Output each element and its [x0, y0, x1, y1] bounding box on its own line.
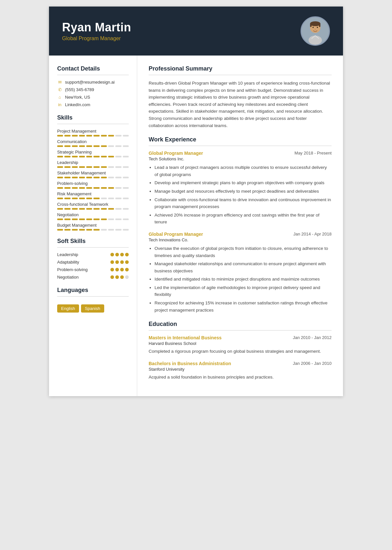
right-column: Professional Summary Results-driven Glob… [137, 56, 343, 396]
contact-location: ⌂ NewYork, US [57, 95, 129, 100]
soft-skill-name: Problem-solving [57, 267, 88, 272]
skill-segment-filled [101, 218, 107, 220]
job-bullet: Achieved 20% increase in program efficie… [155, 212, 332, 226]
skill-bar [57, 208, 129, 210]
skill-segment-empty [115, 166, 121, 168]
skills-title: Skills [57, 114, 129, 121]
email-icon: ✉ [57, 80, 62, 85]
svg-point-1 [308, 36, 322, 45]
skill-bar [57, 198, 129, 199]
edu-description: Acquired a solid foundation in business … [149, 374, 332, 381]
skill-segment-filled [57, 166, 63, 168]
contact-phone: ✆ (555) 345-6789 [57, 87, 129, 92]
skill-segment-filled [57, 218, 63, 220]
skill-segment-filled [64, 218, 70, 220]
dot-filled [110, 268, 114, 271]
contact-divider [57, 75, 129, 75]
job-bullet: Managed stakeholder relationships and co… [155, 260, 332, 274]
svg-point-3 [310, 21, 320, 26]
skill-segment-empty [101, 229, 107, 231]
skill-segment-filled [72, 177, 78, 178]
skill-segment-filled [93, 218, 99, 220]
skill-segment-filled [93, 187, 99, 189]
skill-segment-empty [115, 218, 121, 220]
dot-filled [115, 268, 119, 271]
skill-bar [57, 218, 129, 220]
skill-segment-filled [57, 208, 63, 210]
skill-bar [57, 145, 129, 147]
dot-filled [115, 260, 119, 264]
skills-divider [57, 124, 129, 124]
dot-filled [120, 275, 124, 279]
skill-name: Cross-functional Teamwork [57, 202, 129, 207]
job-date: May 2018 - Present [295, 151, 332, 155]
soft-skills-divider [57, 247, 129, 248]
skill-segment-filled [72, 198, 78, 199]
skills-list: Project ManagementCommunicationStrategic… [57, 129, 129, 231]
contact-linkedin: in LinkedIn.com [57, 102, 129, 107]
skills-section: Skills Project ManagementCommunicationSt… [57, 114, 129, 231]
dot-filled [110, 275, 114, 279]
skill-segment-empty [115, 145, 121, 147]
summary-section: Professional Summary Results-driven Glob… [149, 65, 332, 129]
resume-header: Ryan Martin Global Program Manager [49, 7, 343, 56]
edu-header: Bachelors in Business AdministrationJan … [149, 361, 332, 366]
dot-filled [110, 253, 114, 256]
skill-segment-empty [115, 208, 121, 210]
skill-segment-filled [79, 218, 85, 220]
skill-name: Risk Management [57, 191, 129, 196]
skill-segment-filled [86, 135, 92, 137]
skill-segment-empty [123, 145, 129, 147]
candidate-name: Ryan Martin [62, 21, 131, 34]
soft-skill-dots [110, 260, 129, 264]
skill-segment-empty [115, 198, 121, 199]
skill-segment-filled [79, 229, 85, 231]
job-bullet: Manage budget and resources effectively … [155, 188, 332, 195]
edu-school: Harvard Business School [149, 341, 332, 346]
skill-segment-filled [57, 229, 63, 231]
candidate-title: Global Program Manager [62, 36, 131, 41]
skill-segment-filled [57, 135, 63, 137]
summary-divider [149, 75, 332, 75]
job-bullets: Lead a team of project managers across m… [149, 164, 332, 226]
skill-segment-empty [108, 198, 114, 199]
skill-segment-empty [123, 218, 129, 220]
skill-segment-filled [86, 218, 92, 220]
phone-value: (555) 345-6789 [65, 87, 94, 92]
job-entry: Global Program ManagerMay 2018 - Present… [149, 151, 332, 226]
job-entry: Global Program ManagerJan 2014 - Apr 201… [149, 232, 332, 314]
experience-divider [149, 146, 332, 146]
language-tag: Spanish [81, 304, 104, 313]
svg-point-7 [317, 27, 318, 28]
skill-segment-filled [72, 187, 78, 189]
skill-segment-filled [101, 135, 107, 137]
skill-segment-filled [93, 156, 99, 157]
edu-description: Completed a rigorous program focusing on… [149, 348, 332, 355]
skill-segment-filled [101, 177, 107, 178]
skill-segment-empty [101, 198, 107, 199]
job-bullet: Collaborate with cross-functional teams … [155, 196, 332, 210]
skill-segment-filled [64, 208, 70, 210]
linkedin-icon: in [57, 102, 62, 107]
skill-segment-filled [101, 156, 107, 157]
skill-segment-filled [79, 156, 85, 157]
skill-segment-empty [108, 218, 114, 220]
skill-segment-filled [57, 156, 63, 157]
location-icon: ⌂ [57, 95, 62, 100]
header-left: Ryan Martin Global Program Manager [62, 21, 131, 41]
soft-skills-list: LeadershipAdaptabilityProblem-solvingNeg… [57, 252, 129, 280]
education-section: Education Masters in International Busin… [149, 321, 332, 380]
skill-bar [57, 135, 129, 137]
skill-segment-empty [123, 229, 129, 231]
skill-segment-filled [64, 156, 70, 157]
skill-segment-filled [108, 156, 114, 157]
skill-segment-filled [72, 218, 78, 220]
skill-segment-empty [108, 177, 114, 178]
skill-name: Negotiation [57, 212, 129, 217]
dot-filled [120, 260, 124, 264]
skill-segment-empty [123, 166, 129, 168]
skill-bar [57, 187, 129, 189]
education-entry: Masters in International BusinessJan 201… [149, 335, 332, 355]
skill-segment-filled [72, 156, 78, 157]
skill-segment-filled [79, 145, 85, 147]
